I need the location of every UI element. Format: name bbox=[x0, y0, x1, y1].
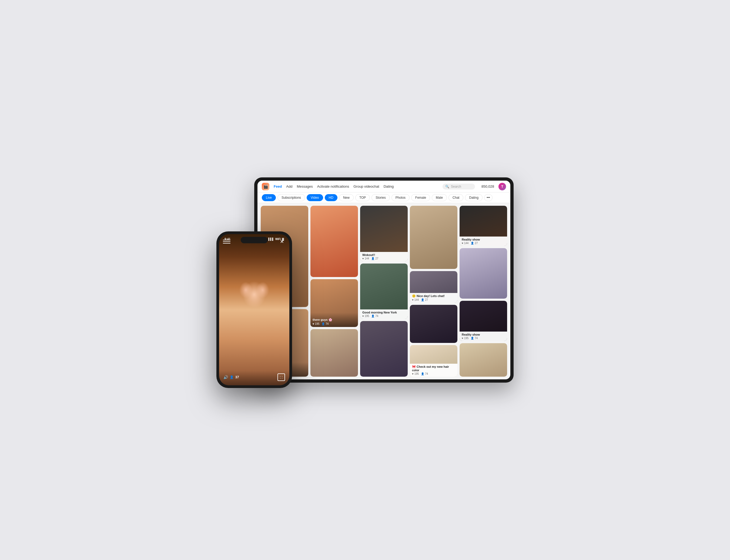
tablet: 🎬 Feed Add Messages Activate notificatio… bbox=[254, 177, 514, 383]
card-6-viewers: 👤 27 bbox=[371, 257, 378, 260]
menu-line-3 bbox=[223, 243, 230, 244]
phone-status-bar: 9:41 ▌▌▌ WiFi ▓ bbox=[224, 237, 284, 241]
card-16[interactable] bbox=[460, 343, 507, 377]
scene: 🎬 Feed Add Messages Activate notificatio… bbox=[216, 169, 514, 391]
filter-new[interactable]: New bbox=[339, 194, 353, 201]
card-3[interactable] bbox=[310, 206, 358, 277]
card-7-viewers: 👤 74 bbox=[371, 315, 378, 318]
filter-more[interactable]: ••• bbox=[484, 194, 493, 201]
filter-subscriptions[interactable]: Subscriptions bbox=[277, 194, 305, 201]
filter-male[interactable]: Male bbox=[432, 194, 447, 201]
user-avatar[interactable]: T bbox=[499, 183, 506, 190]
card-5[interactable] bbox=[310, 329, 358, 377]
expand-icon: ⛶ bbox=[280, 376, 282, 379]
card-6-likes: ♥ 144 bbox=[362, 257, 369, 260]
battery-icon: ▓ bbox=[282, 238, 284, 241]
card-15-title: Reality show bbox=[462, 333, 505, 336]
phone-viewer-count: 37 bbox=[235, 375, 239, 379]
filter-stories[interactable]: Stories bbox=[372, 194, 390, 201]
phone-time: 9:41 bbox=[224, 237, 230, 241]
card-7-title: Good morning New York bbox=[362, 311, 406, 314]
menu-line-2 bbox=[223, 241, 230, 242]
nav-bar: 🎬 Feed Add Messages Activate notificatio… bbox=[257, 181, 510, 193]
filter-video[interactable]: Video bbox=[307, 194, 323, 201]
tablet-screen: 🎬 Feed Add Messages Activate notificatio… bbox=[257, 181, 510, 379]
viewer-count: 850,028 bbox=[482, 184, 494, 188]
card-10[interactable]: 🙂 Nice day! Lets chat! ♥ 144 👤 27 bbox=[410, 271, 458, 303]
phone-viewer-icon: 👤 bbox=[230, 375, 234, 379]
card-10-stats: ♥ 144 👤 27 bbox=[412, 298, 455, 301]
nav-dating[interactable]: Dating bbox=[384, 184, 394, 188]
grid-col-3: Wokout!! ♥ 144 👤 27 Good morning New Yor… bbox=[360, 206, 408, 377]
filter-top[interactable]: TOP bbox=[355, 194, 370, 201]
phone-stats: 🔊 👤 37 bbox=[223, 375, 239, 379]
filter-bar: Live Subscriptions Video HD New TOP Stor… bbox=[257, 193, 510, 203]
card-4-title: there guys 🌸 bbox=[312, 318, 356, 322]
card-15-viewers: 👤 74 bbox=[471, 337, 478, 340]
card-7-stats: ♥ 195 👤 74 bbox=[362, 315, 406, 318]
filter-live[interactable]: Live bbox=[262, 194, 276, 201]
card-10-title: 🙂 Nice day! Lets chat! bbox=[412, 294, 455, 298]
card-8[interactable] bbox=[360, 321, 408, 377]
card-12-likes: ♥ 195 bbox=[412, 372, 419, 375]
filter-hd[interactable]: HD bbox=[325, 194, 337, 201]
phone: 9:41 ▌▌▌ WiFi ▓ ✕ 🔊 bbox=[216, 231, 292, 388]
card-7-likes: ♥ 195 bbox=[362, 315, 369, 318]
card-10-likes: ♥ 144 bbox=[412, 298, 419, 301]
nav-messages[interactable]: Messages bbox=[297, 184, 312, 188]
card-13[interactable]: Reality show ♥ 144 👤 27 bbox=[460, 206, 507, 246]
card-6-title: Wokout!! bbox=[362, 253, 406, 257]
card-4-stats: ♥ 195 👤 74 bbox=[312, 322, 356, 325]
card-6[interactable]: Wokout!! ♥ 144 👤 27 bbox=[360, 206, 408, 261]
card-4-viewers: 👤 74 bbox=[321, 322, 328, 325]
card-15-stats: ♥ 195 👤 74 bbox=[462, 337, 505, 340]
wifi-icon: WiFi bbox=[275, 238, 281, 241]
card-13-likes: ♥ 144 bbox=[462, 242, 469, 245]
card-4-likes: ♥ 195 bbox=[312, 322, 319, 325]
phone-expand-button[interactable]: ⛶ bbox=[277, 373, 285, 381]
search-bar[interactable]: 🔍 Search bbox=[443, 184, 475, 190]
card-15[interactable]: Reality show ♥ 195 👤 74 bbox=[460, 301, 507, 341]
filter-female[interactable]: Female bbox=[411, 194, 430, 201]
card-12-viewers: 👤 74 bbox=[421, 372, 428, 375]
phone-volume-icon[interactable]: 🔊 bbox=[223, 375, 228, 379]
card-12[interactable]: 🎀 Check out my new hair color ♥ 195 👤 74 bbox=[410, 345, 458, 377]
card-12-title: 🎀 Check out my new hair color bbox=[412, 365, 455, 372]
card-10-viewers: 👤 27 bbox=[421, 298, 428, 301]
card-4[interactable]: there guys 🌸 ♥ 195 👤 74 bbox=[310, 279, 358, 327]
phone-live-video bbox=[219, 234, 289, 385]
card-12-stats: ♥ 195 👤 74 bbox=[412, 372, 455, 375]
nav-group-video[interactable]: Group videochat bbox=[353, 184, 379, 188]
card-13-title: Reality show bbox=[462, 238, 505, 241]
card-13-stats: ♥ 144 👤 27 bbox=[462, 242, 505, 245]
phone-screen: 9:41 ▌▌▌ WiFi ▓ ✕ 🔊 bbox=[219, 234, 289, 385]
grid-col-5: Reality show ♥ 144 👤 27 bbox=[460, 206, 507, 377]
card-11[interactable] bbox=[410, 305, 458, 343]
card-14[interactable] bbox=[460, 248, 507, 298]
nav-notifications[interactable]: Activate notifications bbox=[317, 184, 349, 188]
nav-feed[interactable]: Feed bbox=[274, 184, 282, 188]
card-9[interactable] bbox=[410, 206, 458, 269]
card-6-stats: ♥ 144 👤 27 bbox=[362, 257, 406, 260]
grid-col-2: there guys 🌸 ♥ 195 👤 74 bbox=[310, 206, 358, 377]
filter-dating[interactable]: Dating bbox=[465, 194, 483, 201]
search-icon: 🔍 bbox=[445, 185, 449, 188]
filter-chat[interactable]: Chat bbox=[449, 194, 463, 201]
content-grid: Just me 💋💋💋 ♥ 144 👤 27 bbox=[257, 203, 510, 379]
signal-icon: ▌▌▌ bbox=[268, 238, 274, 241]
phone-bottom-controls: 🔊 👤 37 ⛶ bbox=[219, 371, 289, 385]
app-logo[interactable]: 🎬 bbox=[262, 183, 269, 190]
grid-col-4: 🙂 Nice day! Lets chat! ♥ 144 👤 27 bbox=[410, 206, 458, 377]
filter-photos[interactable]: Photos bbox=[392, 194, 410, 201]
search-placeholder: Search bbox=[451, 185, 461, 188]
card-13-viewers: 👤 27 bbox=[471, 242, 478, 245]
card-7[interactable]: Good morning New York ♥ 195 👤 74 bbox=[360, 264, 408, 319]
card-15-likes: ♥ 195 bbox=[462, 337, 469, 340]
nav-add[interactable]: Add bbox=[286, 184, 292, 188]
